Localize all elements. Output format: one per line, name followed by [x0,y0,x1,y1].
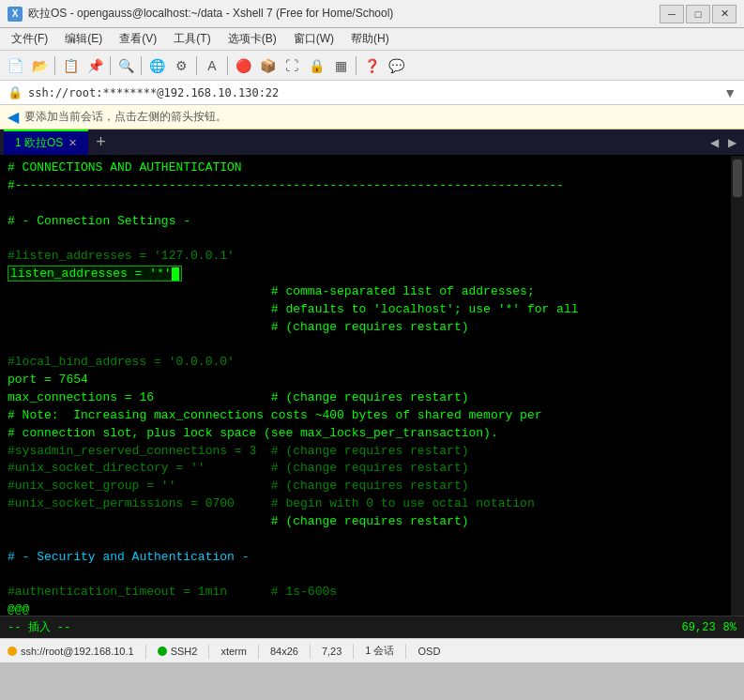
bottom-sep-5 [353,644,354,659]
term-line-6: #listen_addresses = '127.0.0.1' [8,248,736,266]
connect-button[interactable]: 🌐 [145,54,168,77]
close-button[interactable]: ✕ [712,5,736,23]
info-arrow-icon[interactable]: ◀ [8,108,19,126]
menu-window[interactable]: 窗口(W) [286,29,342,49]
fullscreen-button[interactable]: ⛶ [281,54,303,77]
menu-tab[interactable]: 选项卡(B) [220,29,284,49]
term-line-10: # (change requires restart) [8,319,736,337]
vim-status-bar: -- 插入 -- 69,23 8% [0,616,744,638]
paste-button[interactable]: 📌 [84,54,106,77]
toolbar-sep-2 [110,56,111,75]
terminal-cursor [172,267,179,281]
term-line-24 [8,566,736,584]
term-line-11 [8,336,736,354]
lock-button[interactable]: 🔒 [305,54,327,77]
protocol-text: SSH2 [171,646,198,657]
menu-bar: 文件(F) 编辑(E) 查看(V) 工具(T) 选项卡(B) 窗口(W) 帮助(… [0,28,744,51]
vim-percent: 8% [723,621,736,634]
settings-button[interactable]: ⚙ [170,54,192,77]
bottom-sep-4 [310,644,311,659]
bottom-sep-1 [145,644,146,659]
term-line-21: # (change requires restart) [8,513,736,531]
add-tab-button[interactable]: + [88,129,114,155]
bottom-sep-3 [258,644,259,659]
open-button[interactable]: 📂 [28,54,51,77]
bottom-sep-2 [208,644,209,659]
term-line-13: port = 7654 [8,372,736,389]
toolbar-sep-4 [196,56,197,75]
window-controls[interactable]: ─ □ ✕ [660,5,736,23]
term-line-23: # - Security and Authentication - [8,549,736,567]
copy-button[interactable]: 📋 [59,54,82,77]
terminal-button[interactable]: ▦ [329,54,352,77]
tab-label: 1 欧拉OS [15,135,63,151]
term-line-4: # - Connection Settings - [8,213,736,231]
term-line-26: @@@ [8,601,736,616]
tab-navigation: ◀ ▶ [706,129,740,155]
toolbar-sep-5 [227,56,228,75]
minimize-button[interactable]: ─ [660,5,684,23]
term-line-8: # comma-separated list of addresses; [8,283,736,301]
help-button[interactable]: ❓ [360,54,383,77]
tab-bar: 1 欧拉OS ✕ + ◀ ▶ [0,129,744,156]
connection-status-icon [8,647,17,656]
extra-text: OSD [418,646,440,657]
term-line-9: # defaults to 'localhost'; use '*' for a… [8,301,736,319]
info-bar: ◀ 要添加当前会话，点击左侧的箭头按钮。 [0,105,744,129]
active-tab[interactable]: 1 欧拉OS ✕ [4,129,88,155]
term-type: xterm [220,646,247,657]
term-line-25: #authentication_timeout = 1min # 1s-600s [8,584,736,601]
lock-icon: 🔒 [8,85,23,99]
scrollbar-thumb[interactable] [733,160,742,197]
terminal-scrollbar[interactable] [731,156,744,616]
bottom-bar: ssh://root@192.168.10.1 SSH2 xterm 84x26… [0,638,744,662]
font-button[interactable]: A [201,54,223,77]
maximize-button[interactable]: □ [686,5,710,23]
encoding-text: 7,23 [322,646,342,657]
toolbar-sep-3 [141,56,142,75]
chat-button[interactable]: 💬 [385,54,407,77]
host-text: ssh://root@192.168.10.1 [21,646,134,657]
term-line-1: # CONNECTIONS AND AUTHENTICATION [8,160,736,177]
info-text: 要添加当前会话，点击左侧的箭头按钮。 [24,109,227,125]
terminal[interactable]: # CONNECTIONS AND AUTHENTICATION #------… [0,156,744,616]
window-title: 欧拉OS - opengauss@localhost:~/data - Xshe… [28,6,660,22]
sessions-text: 1 会话 [365,644,394,658]
menu-view[interactable]: 查看(V) [112,29,164,49]
protocol-status-icon [158,647,167,656]
menu-help[interactable]: 帮助(H) [343,29,397,49]
menu-tools[interactable]: 工具(T) [166,29,218,49]
menu-file[interactable]: 文件(F) [4,29,55,49]
vim-mode: -- 插入 -- [8,619,675,635]
bottom-sep-6 [405,644,406,659]
address-bar: 🔒 ssh://root:********@192.168.10.130:22 … [0,81,744,105]
bottom-protocol: SSH2 [158,646,198,657]
term-size: 84x26 [270,646,298,657]
term-line-2: #---------------------------------------… [8,177,736,195]
tab-close-button[interactable]: ✕ [68,137,77,149]
tab-prev-button[interactable]: ◀ [706,136,722,149]
toolbar: 📄 📂 📋 📌 🔍 🌐 ⚙ A 🔴 📦 ⛶ 🔒 ▦ ❓ 💬 [0,51,744,81]
term-line-5 [8,230,736,248]
icon2[interactable]: 📦 [256,54,279,77]
term-line-20: #unix_socket_permissions = 0700 # begin … [8,495,736,513]
term-line-3 [8,195,736,213]
menu-edit[interactable]: 编辑(E) [57,29,110,49]
term-line-14: max_connections = 16 # (change requires … [8,389,736,407]
term-line-16: # connection slot, plus lock space (see … [8,425,736,443]
vim-position: 69,23 [682,621,716,634]
search-button[interactable]: 🔍 [114,54,137,77]
term-line-17: #sysadmin_reserved_connections = 3 # (ch… [8,443,736,461]
term-line-18: #unix_socket_directory = '' # (change re… [8,460,736,478]
term-line-7: listen_addresses = '*' [8,266,736,283]
app-icon: X [8,7,23,22]
term-line-19: #unix_socket_group = '' # (change requir… [8,478,736,495]
tab-next-button[interactable]: ▶ [724,136,740,149]
address-text: ssh://root:********@192.168.10.130:22 [28,86,279,99]
icon1[interactable]: 🔴 [232,54,254,77]
toolbar-sep-1 [54,56,55,75]
title-bar: X 欧拉OS - opengauss@localhost:~/data - Xs… [0,0,744,28]
address-arrow[interactable]: ▼ [723,85,736,100]
new-button[interactable]: 📄 [4,54,26,77]
toolbar-sep-6 [356,56,357,75]
